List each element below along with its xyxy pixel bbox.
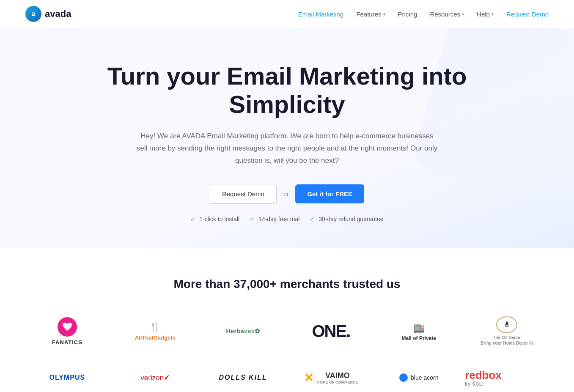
list-item: ONE.	[289, 316, 373, 346]
nav-links: Email Marketing Features ▾ Pricing Resou…	[298, 11, 549, 18]
oz-circle-icon: 🕯	[496, 316, 517, 333]
badge-trial: ✓ 14-day free trial	[250, 216, 299, 222]
fork-icon: 🍴	[149, 322, 161, 333]
list-item: 🍴 AllThatGadgets	[113, 316, 197, 346]
nav-link-help[interactable]: Help ▾	[477, 11, 494, 18]
nav-link-resources[interactable]: Resources ▾	[430, 11, 464, 18]
list-item: FANATICS	[25, 316, 109, 346]
check-icon: ✓	[250, 216, 255, 222]
list-item: ✕ VAIMO CORE OF COMMERCE	[289, 363, 373, 392]
logo[interactable]: a avada	[25, 6, 71, 22]
vaimo-x-icon: ✕	[304, 371, 313, 385]
merchants-headline: More than 37,000+ merchants trusted us	[25, 277, 549, 291]
chevron-down-icon: ▾	[492, 12, 494, 16]
check-icon: ✓	[190, 216, 195, 222]
chevron-down-icon: ▾	[462, 12, 464, 16]
list-item: redbox by SQLI	[465, 363, 549, 392]
list-item: 🏬 Mall of Private	[377, 316, 461, 346]
merchants-section: More than 37,000+ merchants trusted us F…	[0, 248, 574, 392]
mall-icon: 🏬	[413, 323, 425, 334]
nav-link-email-marketing[interactable]: Email Marketing	[298, 11, 344, 18]
badge-refund: ✓ 30-day refund guarantee	[310, 216, 383, 222]
btn-or-label: or	[283, 191, 288, 197]
hero-subtext: Hey! We are AVADA Email Marketing platfo…	[135, 130, 439, 167]
badge-install: ✓ 1-click to install	[190, 216, 239, 222]
brand-logo-row-1: FANATICS 🍴 AllThatGadgets Herbavex✿ ONE.…	[25, 316, 549, 346]
logo-icon: a	[25, 6, 41, 22]
nav-request-demo-link[interactable]: Request Demo	[506, 11, 549, 18]
blue-acorn-dot-icon	[399, 373, 408, 382]
logo-name: avada	[45, 8, 71, 19]
get-free-button[interactable]: Get it for FREE	[295, 184, 364, 203]
brand-logo-row-2: OLYMPUS verizon✓ DOLLS KILL ✕ VAIMO CORE…	[25, 363, 549, 392]
navbar: a avada Email Marketing Features ▾ Prici…	[0, 0, 574, 28]
list-item: Herbavex✿	[201, 316, 285, 346]
check-icon: ✓	[310, 216, 315, 222]
list-item: OLYMPUS	[25, 363, 109, 392]
nav-link-pricing[interactable]: Pricing	[398, 11, 417, 18]
fanatics-icon	[58, 317, 77, 337]
request-demo-button[interactable]: Request Demo	[210, 184, 277, 204]
chevron-down-icon: ▾	[383, 12, 385, 16]
list-item: 🕯 The OZ DecorBring your Home Decor In	[465, 316, 549, 346]
list-item: verizon✓	[113, 363, 197, 392]
list-item: DOLLS KILL	[201, 363, 285, 392]
hero-section: Turn your Email Marketing into Simplicit…	[0, 28, 574, 248]
hero-headline: Turn your Email Marketing into Simplicit…	[97, 62, 478, 118]
hero-badges: ✓ 1-click to install ✓ 14-day free trial…	[25, 216, 549, 222]
list-item: blue acorn	[377, 363, 461, 392]
nav-link-features[interactable]: Features ▾	[356, 11, 385, 18]
hero-buttons: Request Demo or Get it for FREE	[25, 184, 549, 204]
